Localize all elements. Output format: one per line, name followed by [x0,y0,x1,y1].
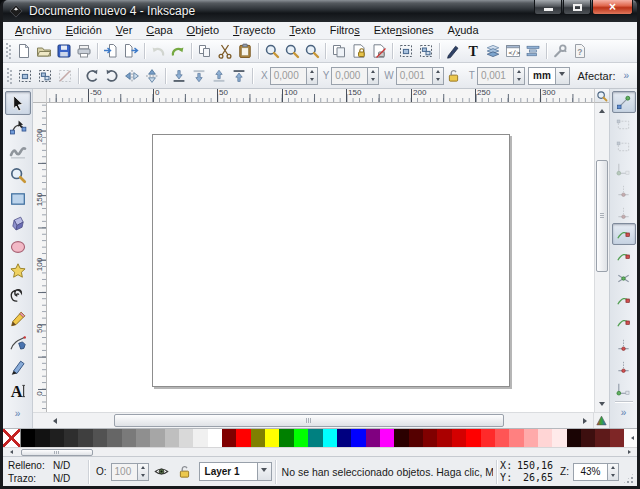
palette-scroll-right-arrow[interactable] [624,450,637,454]
lower-button[interactable] [189,66,209,86]
height-spin-up[interactable] [514,68,524,76]
swatch-red-ramp-12[interactable] [552,429,566,447]
swatch-teal[interactable] [308,429,322,447]
preferences-button[interactable] [550,41,570,61]
paste-button[interactable] [235,41,255,61]
sticky-zoom-toggle[interactable] [594,89,609,103]
raise-button[interactable] [209,66,229,86]
create-clone-button[interactable] [349,41,369,61]
minimize-button[interactable] [534,0,562,15]
swatch-red-ramp-11[interactable] [538,429,552,447]
menu-extensiones[interactable]: Extensiones [367,22,441,39]
swatch-gray-12[interactable] [193,429,207,447]
redo-button[interactable] [168,41,188,61]
zoom-selection-button[interactable] [262,41,282,61]
toolbar-grip[interactable] [6,43,11,59]
ungroup-button[interactable] [416,41,436,61]
toolbar-grip[interactable] [7,68,12,84]
swatch-gray-10[interactable] [165,429,179,447]
zoom-spin-down[interactable] [608,472,618,480]
import-button[interactable] [101,41,121,61]
x-spin-up[interactable] [307,68,317,76]
tool-star[interactable] [5,259,31,283]
width-input[interactable]: 0,001 [396,67,432,85]
raise-to-top-button[interactable] [229,66,249,86]
lock-ratio-toggle[interactable] [445,67,463,85]
snap-bbox-edge-midpoints-button[interactable] [612,179,636,201]
horizontal-scroll-thumb[interactable] [114,414,504,427]
swatch-gray-1[interactable] [35,429,49,447]
swatch-dark-red-3[interactable] [595,429,609,447]
width-spin-down[interactable] [433,76,443,84]
fill-stroke-dialog-button[interactable] [443,41,463,61]
new-document-button[interactable] [14,41,34,61]
zoom-spin-up[interactable] [608,464,618,472]
tool-tweak[interactable] [5,139,31,163]
close-button[interactable]: × [592,0,633,15]
swatch-none[interactable] [3,429,21,447]
swatch-aqua[interactable] [323,429,337,447]
snap-bbox-edges-button[interactable] [612,135,636,157]
swatch-black[interactable] [21,429,35,447]
snap-enable-button[interactable] [612,91,636,113]
swatch-gray-9[interactable] [150,429,164,447]
text-dialog-button[interactable] [463,41,483,61]
tool-node-editor[interactable] [5,115,31,139]
fill-stroke-indicator[interactable]: Relleno: N/D Trazo: N/D [5,459,85,485]
export-button[interactable] [121,41,141,61]
undo-button[interactable] [148,41,168,61]
select-all-button[interactable] [15,66,35,86]
layers-dialog-button[interactable] [483,41,503,61]
swatch-red-ramp-1[interactable] [394,429,408,447]
copy-button[interactable] [195,41,215,61]
window-resize-grip[interactable] [622,472,635,485]
swatch-dark-red-4[interactable] [610,429,624,447]
unit-dropdown[interactable] [555,67,570,85]
menu-capa[interactable]: Capa [139,22,179,39]
tool-bezier-pen[interactable] [5,331,31,355]
flip-horizontal-button[interactable] [122,66,142,86]
opacity-input[interactable]: 100 [111,463,137,481]
select-all-layers-button[interactable] [35,66,55,86]
swatch-gray-11[interactable] [179,429,193,447]
xml-editor-button[interactable] [503,41,523,61]
swatch-red[interactable] [236,429,250,447]
tool-spiral[interactable] [5,283,31,307]
swatch-gray-4[interactable] [78,429,92,447]
open-document-button[interactable] [34,41,54,61]
cut-button[interactable] [215,41,235,61]
menu-ayuda[interactable]: Ayuda [441,22,486,39]
zoom-drawing-button[interactable] [282,41,302,61]
swatch-red-ramp-3[interactable] [423,429,437,447]
snap-rotation-centers-button[interactable] [612,377,636,399]
swatch-gray-6[interactable] [107,429,121,447]
vertical-ruler[interactable]: 200150100500 [33,103,47,412]
swatch-dark-red-1[interactable] [567,429,581,447]
vertical-scroll-track[interactable] [595,116,609,399]
color-managed-display-toggle[interactable] [593,413,609,428]
print-button[interactable] [74,41,94,61]
tool-text[interactable] [5,379,31,403]
duplicate-button[interactable] [329,41,349,61]
swatch-red-ramp-5[interactable] [452,429,466,447]
lower-to-bottom-button[interactable] [169,66,189,86]
swatch-red-ramp-6[interactable] [466,429,480,447]
y-spin-up[interactable] [368,68,378,76]
tool-zoom[interactable] [5,163,31,187]
swatch-red-ramp-4[interactable] [437,429,451,447]
vertical-scroll-thumb[interactable] [596,160,608,272]
scroll-left-arrow[interactable] [47,413,60,428]
scroll-right-arrow[interactable] [580,413,593,428]
rotate-cw-button[interactable] [102,66,122,86]
layer-dropdown-button[interactable] [257,462,272,481]
tool-pencil[interactable] [5,307,31,331]
swatch-gray-8[interactable] [136,429,150,447]
horizontal-ruler[interactable]: -50050100150200250300350 [47,89,594,103]
save-document-button[interactable] [54,41,74,61]
palette-scroll-thumb[interactable] [21,449,93,456]
y-spin-down[interactable] [368,76,378,84]
height-spin-down[interactable] [514,76,524,84]
flip-vertical-button[interactable] [142,66,162,86]
menu-trayecto[interactable]: Trayecto [226,22,282,39]
tool-calligraphy[interactable] [5,355,31,379]
